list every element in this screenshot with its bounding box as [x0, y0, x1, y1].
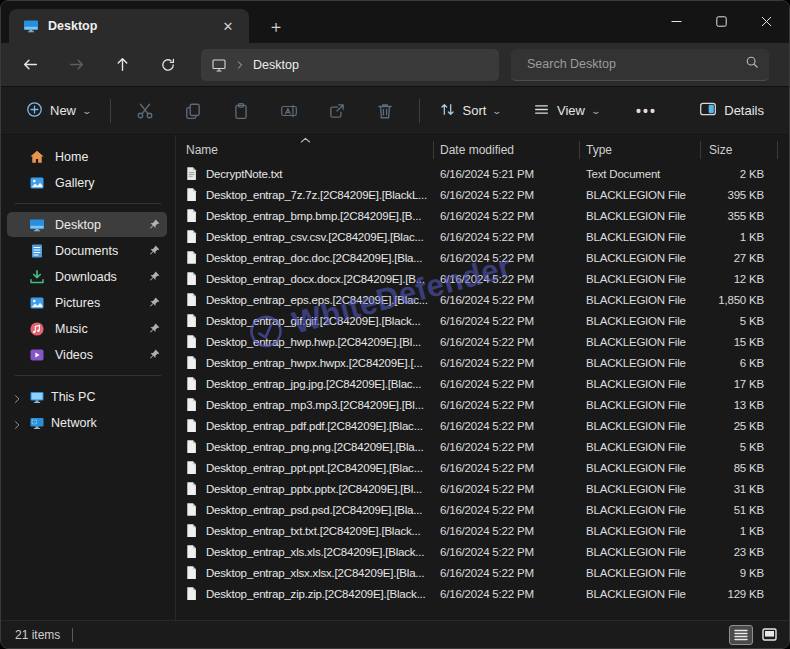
- minimize-button[interactable]: [654, 1, 699, 41]
- file-size: 51 KB: [701, 504, 764, 516]
- view-icon: [533, 101, 550, 121]
- file-row[interactable]: Desktop_entrap_mp3.mp3.[2C84209E].[Bl...…: [176, 394, 789, 415]
- sidebar-item-downloads[interactable]: Downloads: [7, 264, 167, 289]
- file-icon: [184, 292, 199, 307]
- details-pane-icon: [699, 100, 717, 121]
- file-row[interactable]: Desktop_entrap_zip.zip.[2C84209E].[Black…: [176, 583, 789, 604]
- file-size: 395 KB: [701, 189, 764, 201]
- chevron-right-icon[interactable]: [11, 391, 23, 403]
- file-date-modified: 6/16/2024 5:22 PM: [434, 378, 580, 390]
- file-type: BLACKLEGION File: [580, 420, 701, 432]
- file-type: BLACKLEGION File: [580, 504, 701, 516]
- file-row[interactable]: Desktop_entrap_7z.7z.[2C84209E].[BlackL.…: [176, 184, 789, 205]
- toolbar-separator: [419, 99, 420, 123]
- file-icon: [184, 418, 199, 433]
- pin-icon: [148, 270, 161, 283]
- address-bar[interactable]: Desktop: [201, 49, 499, 81]
- file-type: BLACKLEGION File: [580, 588, 701, 600]
- file-row[interactable]: Desktop_entrap_hwp.hwp.[2C84209E].[Bl...…: [176, 331, 789, 352]
- file-type: BLACKLEGION File: [580, 231, 701, 243]
- details-pane-button[interactable]: Details: [690, 94, 773, 127]
- paste-button[interactable]: [221, 93, 261, 129]
- sidebar-item-gallery[interactable]: Gallery: [7, 170, 167, 195]
- sidebar-item-network[interactable]: Network: [7, 410, 167, 435]
- delete-button[interactable]: [365, 93, 405, 129]
- file-row[interactable]: Desktop_entrap_xlsx.xlsx.[2C84209E].[Bla…: [176, 562, 789, 583]
- rename-button[interactable]: [269, 93, 309, 129]
- sidebar-item-music[interactable]: Music: [7, 316, 167, 341]
- file-row[interactable]: Desktop_entrap_png.png.[2C84209E].[Bla..…: [176, 436, 789, 457]
- file-date-modified: 6/16/2024 5:22 PM: [434, 483, 580, 495]
- file-row[interactable]: Desktop_entrap_pdf.pdf.[2C84209E].[Blac.…: [176, 415, 789, 436]
- tab-close-icon[interactable]: ✕: [215, 14, 241, 38]
- file-date-modified: 6/16/2024 5:22 PM: [434, 399, 580, 411]
- maximize-button[interactable]: [699, 1, 744, 41]
- file-name: Desktop_entrap_hwp.hwp.[2C84209E].[Bl...: [206, 336, 434, 348]
- sort-button[interactable]: Sort ⌄: [430, 95, 510, 127]
- sidebar-item-label: Pictures: [55, 296, 138, 310]
- breadcrumb-desktop[interactable]: Desktop: [253, 58, 299, 72]
- file-row[interactable]: Desktop_entrap_bmp.bmp.[2C84209E].[B...6…: [176, 205, 789, 226]
- chevron-down-icon: ⌄: [590, 106, 601, 116]
- file-row[interactable]: DecryptNote.txt6/16/2024 5:21 PMText Doc…: [176, 163, 789, 184]
- file-row[interactable]: Desktop_entrap_hwpx.hwpx.[2C84209E].[...…: [176, 352, 789, 373]
- sidebar-item-documents[interactable]: Documents: [7, 238, 167, 263]
- this-pc-monitor-icon[interactable]: [211, 57, 227, 73]
- file-row[interactable]: Desktop_entrap_jpg.jpg.[2C84209E].[Blac.…: [176, 373, 789, 394]
- file-row[interactable]: Desktop_entrap_csv.csv.[2C84209E].[Blac.…: [176, 226, 789, 247]
- sidebar-item-this-pc[interactable]: This PC: [7, 384, 167, 409]
- file-row[interactable]: Desktop_entrap_gif.gif.[2C84209E].[Black…: [176, 310, 789, 331]
- column-header-name[interactable]: Name: [184, 141, 434, 159]
- column-header-size[interactable]: Size: [701, 141, 778, 159]
- new-tab-button[interactable]: ＋: [261, 12, 291, 40]
- column-header-type[interactable]: Type: [580, 141, 701, 159]
- copy-button[interactable]: [173, 93, 213, 129]
- file-date-modified: 6/16/2024 5:22 PM: [434, 462, 580, 474]
- refresh-button[interactable]: [151, 48, 185, 82]
- back-button[interactable]: [13, 48, 47, 82]
- file-date-modified: 6/16/2024 5:22 PM: [434, 504, 580, 516]
- details-view-toggle[interactable]: [729, 625, 753, 645]
- breadcrumb-chevron-icon: [235, 56, 245, 74]
- file-type: BLACKLEGION File: [580, 483, 701, 495]
- file-name: Desktop_entrap_pdf.pdf.[2C84209E].[Blac.…: [206, 420, 434, 432]
- file-name: Desktop_entrap_7z.7z.[2C84209E].[BlackL.…: [206, 189, 434, 201]
- sidebar-item-label: This PC: [51, 390, 161, 404]
- file-row[interactable]: Desktop_entrap_pptx.pptx.[2C84209E].[Bl.…: [176, 478, 789, 499]
- up-button[interactable]: [105, 48, 139, 82]
- file-date-modified: 6/16/2024 5:22 PM: [434, 567, 580, 579]
- file-name: Desktop_entrap_doc.doc.[2C84209E].[Bla..…: [206, 252, 434, 264]
- search-input[interactable]: [525, 56, 745, 72]
- cut-button[interactable]: [125, 93, 165, 129]
- new-button[interactable]: New ⌄: [17, 95, 100, 127]
- forward-button[interactable]: [59, 48, 93, 82]
- chevron-down-icon: ⌄: [82, 106, 93, 116]
- file-name: Desktop_entrap_txt.txt.[2C84209E].[Black…: [206, 525, 434, 537]
- file-row[interactable]: Desktop_entrap_ppt.ppt.[2C84209E].[Blac.…: [176, 457, 789, 478]
- file-size: 5 KB: [701, 441, 764, 453]
- sidebar-item-videos[interactable]: Videos: [7, 342, 167, 367]
- file-name: Desktop_entrap_eps.eps.[2C84209E].[Blac.…: [206, 294, 434, 306]
- file-row[interactable]: Desktop_entrap_xls.xls.[2C84209E].[Black…: [176, 541, 789, 562]
- search-box[interactable]: [511, 49, 769, 81]
- search-icon[interactable]: [745, 55, 759, 73]
- sidebar-item-desktop[interactable]: Desktop: [7, 212, 167, 237]
- column-header-date-modified[interactable]: Date modified: [434, 141, 580, 159]
- more-options-button[interactable]: •••: [626, 93, 666, 129]
- chevron-right-icon[interactable]: [11, 417, 23, 429]
- close-button[interactable]: [744, 1, 789, 41]
- file-row[interactable]: Desktop_entrap_doc.doc.[2C84209E].[Bla..…: [176, 247, 789, 268]
- sidebar-item-pictures[interactable]: Pictures: [7, 290, 167, 315]
- file-row[interactable]: Desktop_entrap_psd.psd.[2C84209E].[Bla..…: [176, 499, 789, 520]
- file-row[interactable]: Desktop_entrap_eps.eps.[2C84209E].[Blac.…: [176, 289, 789, 310]
- thumbnail-view-toggle[interactable]: [757, 625, 781, 645]
- pin-icon: [148, 218, 161, 231]
- share-button[interactable]: [317, 93, 357, 129]
- file-size: 85 KB: [701, 462, 764, 474]
- view-button[interactable]: View ⌄: [524, 95, 609, 127]
- file-row[interactable]: Desktop_entrap_docx.docx.[2C84209E].[B..…: [176, 268, 789, 289]
- sidebar-item-home[interactable]: Home: [7, 144, 167, 169]
- file-row[interactable]: Desktop_entrap_txt.txt.[2C84209E].[Black…: [176, 520, 789, 541]
- tab-desktop[interactable]: Desktop ✕: [9, 9, 249, 43]
- pin-icon: [148, 296, 161, 309]
